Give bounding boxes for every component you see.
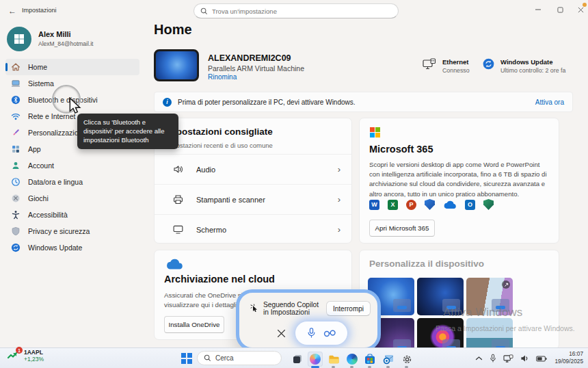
- recommended-subtitle: Impostazioni recenti e di uso comune: [165, 142, 273, 149]
- file-explorer-icon[interactable]: [326, 352, 341, 367]
- settings-search-input[interactable]: [212, 8, 392, 15]
- sidebar-item-home[interactable]: Home: [5, 59, 139, 75]
- sidebar-item-data-ora-lingua[interactable]: Data/ora e lingua: [5, 174, 139, 190]
- device-thumbnail: [154, 49, 199, 81]
- sidebar-item-label: Giochi: [28, 194, 49, 202]
- clock-icon: [11, 177, 21, 187]
- task-view-button[interactable]: [290, 352, 305, 367]
- settings-search-box[interactable]: [193, 3, 399, 18]
- maximize-button[interactable]: [554, 4, 566, 15]
- m365-app-icons: W X P O: [369, 199, 494, 210]
- orange-status-dot: [583, 3, 587, 7]
- windows-update-title: Windows Update: [500, 58, 565, 66]
- printer-icon: [172, 194, 184, 205]
- settings-gear-icon[interactable]: [399, 352, 414, 367]
- personalize-title: Personalizza il dispositivo: [369, 259, 484, 269]
- tray-network-icon[interactable]: [503, 354, 513, 363]
- avatar[interactable]: [7, 27, 31, 51]
- running-indicator: [405, 366, 408, 368]
- sidebar-item-label: Windows Update: [28, 244, 82, 252]
- theme-open-icon[interactable]: [502, 280, 510, 289]
- system-tray: [475, 351, 547, 366]
- rename-link[interactable]: Rinomina: [208, 73, 237, 81]
- windows-update-status[interactable]: Windows Update Ultimo controllo: 2 ore f…: [483, 58, 565, 74]
- microsoft-store-icon[interactable]: [362, 352, 377, 367]
- ethernet-state: Connesso: [442, 67, 470, 74]
- active-indicator: [5, 63, 8, 71]
- excel-icon: X: [388, 200, 398, 210]
- microsoft-logo-icon: [370, 127, 380, 137]
- running-indicator: [368, 366, 371, 368]
- tray-microphone-icon[interactable]: [490, 354, 496, 363]
- sidebar-item-label: Privacy e sicurezza: [28, 227, 90, 235]
- widget-badge: 1: [16, 347, 23, 354]
- ethernet-icon: [423, 58, 436, 70]
- device-model: Parallels ARM Virtual Machine: [208, 64, 304, 73]
- onedrive-cloud-icon: [165, 259, 183, 270]
- running-indicator: [350, 366, 353, 368]
- clock-time: 16:07: [554, 350, 583, 358]
- copilot-close-icon[interactable]: [275, 327, 287, 339]
- running-indicator: [332, 366, 335, 368]
- user-name: Alex Milli: [38, 30, 71, 38]
- copilot-stop-button[interactable]: Interrompi: [326, 301, 371, 316]
- tray-chevron-up-icon[interactable]: [475, 356, 483, 361]
- mouse-cursor: [68, 97, 83, 115]
- tray-volume-icon[interactable]: [520, 354, 529, 363]
- search-icon: [200, 8, 208, 15]
- taskbar-clock[interactable]: 16:07 19/09/2025: [554, 350, 583, 365]
- account-icon: [11, 161, 21, 170]
- minimize-button[interactable]: [532, 4, 544, 15]
- theme-thumbnail-dark-flower[interactable]: [417, 318, 464, 350]
- bluetooth-icon: [11, 95, 21, 105]
- audio-icon: [172, 163, 184, 175]
- sidebar-item-label: Accessibilità: [28, 211, 68, 219]
- display-icon: [172, 224, 184, 235]
- defender-icon: [425, 199, 435, 210]
- apps-icon: [11, 144, 21, 154]
- sidebar-item-label: Sistema: [28, 79, 54, 88]
- open-m365-button[interactable]: Apri Microsoft 365: [369, 220, 435, 237]
- activation-banner: i Prima di poter personalizzare il PC, d…: [154, 92, 573, 112]
- info-icon: i: [163, 98, 172, 107]
- copilot-overlay: Seguendo Copilot in Impostazioni Interro…: [236, 289, 381, 351]
- sidebar-item-windows-update[interactable]: Windows Update: [5, 239, 139, 256]
- shield-icon: [11, 226, 21, 236]
- microphone-icon[interactable]: [306, 327, 317, 339]
- stocks-widget-icon: 1: [7, 350, 21, 363]
- copilot-vision-glasses-icon[interactable]: [323, 329, 336, 338]
- edge-icon[interactable]: [345, 352, 360, 367]
- ethernet-status[interactable]: Ethernet Connesso: [423, 58, 470, 74]
- activate-now-link[interactable]: Attiva ora: [535, 98, 564, 106]
- row-printers[interactable]: Stampanti e scanner ›: [155, 184, 351, 214]
- running-indicator: [386, 366, 390, 368]
- taskbar-search[interactable]: Cerca: [197, 351, 282, 365]
- outlook-icon[interactable]: [381, 352, 396, 367]
- personalization-icon: [11, 128, 21, 137]
- onedrive-icon: [443, 200, 457, 209]
- windows-update-icon: [11, 243, 21, 252]
- ethernet-title: Ethernet: [442, 58, 470, 66]
- tray-battery-icon[interactable]: [536, 356, 547, 362]
- row-label: Stampanti e scanner: [196, 196, 325, 204]
- accessibility-icon: [11, 210, 21, 220]
- copilot-taskbar-icon[interactable]: [308, 352, 323, 367]
- recommended-title: Impostazioni consigliate: [165, 127, 273, 137]
- theme-thumbnail-coast[interactable]: [466, 318, 513, 350]
- activate-windows-watermark-sub: Passa a Impostazioni per attivare Window…: [436, 324, 575, 332]
- chevron-right-icon: ›: [338, 224, 340, 235]
- row-audio[interactable]: Audio ›: [155, 154, 351, 184]
- sidebar-item-privacy-sicurezza[interactable]: Privacy e sicurezza: [5, 223, 139, 239]
- back-icon[interactable]: ←: [5, 4, 19, 18]
- install-onedrive-button[interactable]: Installa OneDrive: [164, 316, 224, 333]
- sidebar-item-accessibilita[interactable]: Accessibilità: [5, 207, 139, 223]
- row-display[interactable]: Schermo ›: [155, 214, 351, 244]
- sidebar-item-account[interactable]: Account: [5, 157, 139, 174]
- widgets-button[interactable]: 1 1AAPL +1,23%: [7, 350, 44, 363]
- sidebar-item-giochi[interactable]: Giochi: [5, 190, 139, 207]
- chevron-right-icon: ›: [338, 194, 340, 205]
- start-button[interactable]: [181, 353, 192, 364]
- system-icon: [11, 79, 21, 88]
- sidebar-item-label: Data/ora e lingua: [28, 178, 83, 186]
- word-icon: W: [369, 200, 379, 210]
